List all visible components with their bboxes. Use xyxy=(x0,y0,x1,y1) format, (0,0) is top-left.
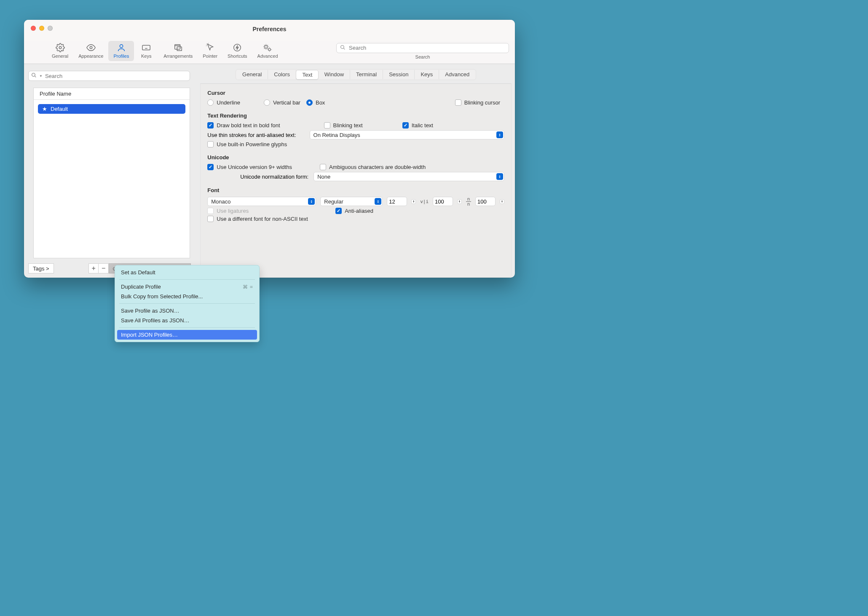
font-section-title: Font xyxy=(207,187,504,193)
pointer-icon xyxy=(205,43,216,53)
font-style-select[interactable]: Regular xyxy=(320,197,383,206)
stepper-control[interactable]: ▲▼ xyxy=(411,199,416,204)
profile-list: ★ Default xyxy=(34,100,190,258)
svg-point-9 xyxy=(341,45,344,48)
cursor-underline[interactable]: Underline xyxy=(207,99,240,106)
menu-duplicate[interactable]: Duplicate Profile⌘ = xyxy=(115,282,259,292)
svg-point-0 xyxy=(59,46,62,49)
svg-point-1 xyxy=(90,46,92,49)
subtab-colors[interactable]: Colors xyxy=(268,70,296,79)
menu-set-default[interactable]: Set as Default xyxy=(115,268,259,277)
toolbar-tab-arrangements[interactable]: Arrangements xyxy=(158,41,198,61)
menu-separator xyxy=(119,279,255,280)
person-icon xyxy=(116,43,127,53)
font-family-select[interactable]: Monaco xyxy=(207,197,316,206)
profile-search[interactable]: ▼ xyxy=(28,71,190,81)
toolbar-tab-advanced[interactable]: Advanced xyxy=(252,41,283,61)
eye-icon xyxy=(86,43,96,53)
cursor-box[interactable]: Box xyxy=(306,99,325,106)
tags-button[interactable]: Tags > xyxy=(28,263,54,273)
blinking-text-checkbox[interactable]: Blinking text xyxy=(324,122,363,129)
subtab-session[interactable]: Session xyxy=(383,70,415,79)
ligatures-checkbox[interactable]: Use ligatures xyxy=(207,208,249,214)
menu-bulk-copy[interactable]: Bulk Copy from Selected Profile... xyxy=(115,292,259,301)
search-icon xyxy=(31,72,37,79)
menu-separator xyxy=(119,327,255,328)
cursor-vertical[interactable]: Vertical bar xyxy=(264,99,300,106)
profile-name: Default xyxy=(51,106,68,112)
stepper-control[interactable]: ▲▼ xyxy=(500,199,504,204)
profile-subtabs: General Colors Text Window Terminal Sess… xyxy=(236,69,476,80)
italic-checkbox[interactable]: Italic text xyxy=(402,122,433,129)
toolbar-tab-profiles[interactable]: Profiles xyxy=(108,41,134,61)
rendering-section-title: Text Rendering xyxy=(207,112,504,119)
vspacing-icon: nn xyxy=(466,197,471,206)
profiles-sidebar: ▼ Profile Name ★ Default Tags > + − xyxy=(24,64,194,278)
menu-separator xyxy=(119,303,255,304)
svg-point-7 xyxy=(265,46,267,48)
star-icon: ★ xyxy=(42,106,47,112)
profile-table: Profile Name ★ Default xyxy=(33,88,190,258)
cursor-section-title: Cursor xyxy=(207,90,504,96)
add-profile-button[interactable]: + xyxy=(88,263,99,273)
toolbar-tab-general[interactable]: General xyxy=(47,41,73,61)
text-pane: Cursor Underline Vertical bar Box Blinki… xyxy=(200,83,512,278)
toolbar-tab-appearance[interactable]: Appearance xyxy=(73,41,108,61)
hspacing-icon: v|i xyxy=(420,199,429,204)
bolt-icon xyxy=(232,43,243,53)
other-actions-menu: Set as Default Duplicate Profile⌘ = Bulk… xyxy=(115,265,260,342)
menu-save-all-json[interactable]: Save All Profiles as JSON… xyxy=(115,316,259,325)
subtab-text[interactable]: Text xyxy=(296,70,319,80)
content-area: ▼ Profile Name ★ Default Tags > + − xyxy=(24,64,515,278)
subtab-keys[interactable]: Keys xyxy=(415,70,439,79)
vspacing-stepper[interactable]: 100 xyxy=(475,197,496,206)
nonascii-checkbox[interactable]: Use a different font for non-ASCII text xyxy=(207,216,308,222)
titlebar: Preferences xyxy=(24,20,515,41)
svg-point-6 xyxy=(234,44,241,51)
toolbar-search-input[interactable] xyxy=(349,45,505,51)
window-title: Preferences xyxy=(24,26,515,32)
cursor-blinking[interactable]: Blinking cursor xyxy=(455,99,500,106)
toolbar-search[interactable] xyxy=(336,43,509,53)
profile-row[interactable]: ★ Default xyxy=(38,104,185,114)
subtab-general[interactable]: General xyxy=(236,70,268,79)
powerline-checkbox[interactable]: Use built-in Powerline glyphs xyxy=(207,141,287,147)
subtab-terminal[interactable]: Terminal xyxy=(350,70,383,79)
svg-point-2 xyxy=(120,45,123,48)
toolbar-tabs: General Appearance Profiles Keys xyxy=(47,41,283,61)
profile-search-input[interactable] xyxy=(45,73,187,79)
svg-point-8 xyxy=(268,48,271,51)
svg-rect-3 xyxy=(142,46,150,50)
toolbar-search-wrap: Search xyxy=(336,43,509,59)
toolbar-tab-shortcuts[interactable]: Shortcuts xyxy=(222,41,252,61)
toolbar-tab-keys[interactable]: Keys xyxy=(134,41,158,61)
norm-select[interactable]: None xyxy=(313,172,504,181)
font-size-stepper[interactable]: 12 xyxy=(387,197,407,206)
gears-icon xyxy=(262,43,273,53)
norm-label: Unicode normalization form: xyxy=(240,174,308,180)
search-icon xyxy=(340,45,346,51)
profile-column-header[interactable]: Profile Name xyxy=(34,88,190,100)
windows-icon xyxy=(173,43,184,53)
profile-settings-panel: General Colors Text Window Terminal Sess… xyxy=(194,64,515,278)
subtab-advanced[interactable]: Advanced xyxy=(439,70,475,79)
unicode-section-title: Unicode xyxy=(207,154,504,161)
preferences-window: Preferences General Appearance Profiles xyxy=(24,20,515,278)
hspacing-stepper[interactable]: 100 xyxy=(433,197,453,206)
antialias-checkbox[interactable]: Anti-aliased xyxy=(335,208,373,214)
menu-import-json[interactable]: Import JSON Profiles… xyxy=(117,330,257,340)
remove-profile-button[interactable]: − xyxy=(99,263,109,273)
thin-strokes-select[interactable]: On Retina Displays xyxy=(310,130,504,139)
ambiguous-checkbox[interactable]: Ambiguous characters are double-width xyxy=(320,164,426,170)
thin-strokes-label: Use thin strokes for anti-aliased text: xyxy=(207,132,296,138)
gear-icon xyxy=(55,43,66,53)
menu-save-json[interactable]: Save Profile as JSON… xyxy=(115,306,259,316)
svg-point-10 xyxy=(32,73,35,77)
subtab-window[interactable]: Window xyxy=(319,70,350,79)
bold-checkbox[interactable]: Draw bold text in bold font xyxy=(207,122,280,129)
stepper-control[interactable]: ▲▼ xyxy=(457,199,462,204)
toolbar-search-label: Search xyxy=(415,54,430,59)
unicode9-checkbox[interactable]: Use Unicode version 9+ widths xyxy=(207,164,292,170)
toolbar-tab-pointer[interactable]: Pointer xyxy=(198,41,222,61)
keyboard-icon xyxy=(141,43,152,53)
